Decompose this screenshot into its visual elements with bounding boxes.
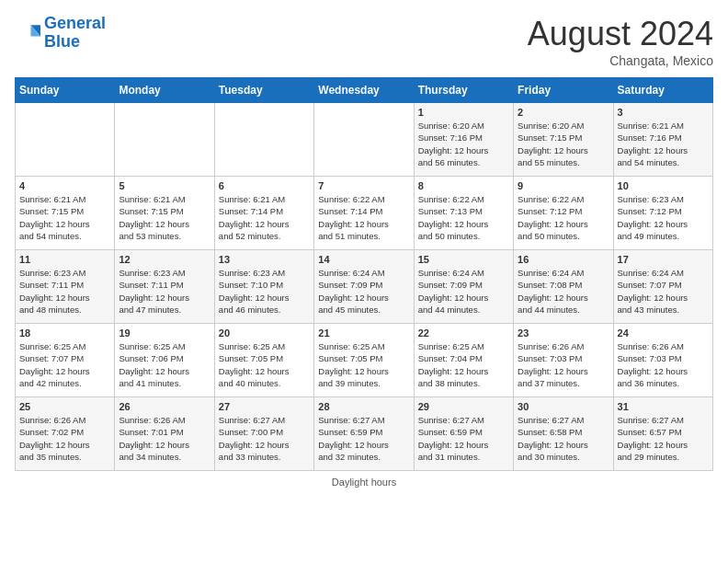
day-number: 26 [119,401,210,412]
day-info: Sunrise: 6:24 AM Sunset: 7:08 PM Dayligh… [518,267,609,316]
day-of-week-header: Monday [115,78,214,103]
calendar-cell: 30Sunrise: 6:27 AM Sunset: 6:58 PM Dayli… [514,397,613,471]
calendar-cell: 5Sunrise: 6:21 AM Sunset: 7:15 PM Daylig… [115,177,214,250]
calendar-cell: 29Sunrise: 6:27 AM Sunset: 6:59 PM Dayli… [414,397,513,471]
calendar-cell: 1Sunrise: 6:20 AM Sunset: 7:16 PM Daylig… [414,103,513,177]
day-of-week-header: Wednesday [314,78,414,103]
day-number: 3 [618,107,709,118]
day-info: Sunrise: 6:24 AM Sunset: 7:09 PM Dayligh… [418,267,509,316]
day-info: Sunrise: 6:20 AM Sunset: 7:16 PM Dayligh… [418,120,509,168]
day-info: Sunrise: 6:21 AM Sunset: 7:14 PM Dayligh… [219,193,310,242]
calendar-cell: 16Sunrise: 6:24 AM Sunset: 7:08 PM Dayli… [514,250,613,324]
calendar-cell: 31Sunrise: 6:27 AM Sunset: 6:57 PM Dayli… [613,397,712,471]
calendar-week-row: 4Sunrise: 6:21 AM Sunset: 7:15 PM Daylig… [16,177,713,250]
day-info: Sunrise: 6:26 AM Sunset: 7:03 PM Dayligh… [618,340,709,389]
day-number: 22 [418,327,509,339]
logo-line1: General [44,14,106,32]
day-info: Sunrise: 6:23 AM Sunset: 7:10 PM Dayligh… [219,267,310,316]
day-info: Sunrise: 6:27 AM Sunset: 6:58 PM Dayligh… [518,414,609,463]
title-block: August 2024 Changata, Mexico [528,15,713,68]
day-number: 15 [418,254,509,265]
day-of-week-header: Tuesday [214,78,313,103]
day-info: Sunrise: 6:25 AM Sunset: 7:06 PM Dayligh… [119,340,210,389]
calendar-cell: 21Sunrise: 6:25 AM Sunset: 7:05 PM Dayli… [314,324,414,397]
logo-icon [15,20,40,46]
day-number: 27 [219,401,310,412]
month-title: August 2024 [528,15,713,53]
calendar-cell: 4Sunrise: 6:21 AM Sunset: 7:15 PM Daylig… [16,177,115,250]
logo: General Blue [15,15,106,52]
calendar-cell: 15Sunrise: 6:24 AM Sunset: 7:09 PM Dayli… [414,250,513,324]
day-number: 7 [318,180,409,191]
calendar-cell: 13Sunrise: 6:23 AM Sunset: 7:10 PM Dayli… [214,250,313,324]
calendar-cell [16,103,115,177]
day-info: Sunrise: 6:26 AM Sunset: 7:03 PM Dayligh… [518,340,609,389]
day-number: 21 [318,327,409,339]
day-info: Sunrise: 6:27 AM Sunset: 6:57 PM Dayligh… [618,414,709,463]
day-number: 31 [618,401,709,412]
day-number: 11 [19,254,110,265]
calendar-cell: 11Sunrise: 6:23 AM Sunset: 7:11 PM Dayli… [16,250,115,324]
day-of-week-header: Sunday [16,78,115,103]
day-info: Sunrise: 6:26 AM Sunset: 7:01 PM Dayligh… [119,414,210,463]
day-number: 12 [119,254,210,265]
day-number: 4 [19,180,110,191]
day-info: Sunrise: 6:22 AM Sunset: 7:12 PM Dayligh… [518,193,609,242]
calendar-cell: 20Sunrise: 6:25 AM Sunset: 7:05 PM Dayli… [214,324,313,397]
day-number: 18 [19,327,110,339]
day-info: Sunrise: 6:21 AM Sunset: 7:15 PM Dayligh… [119,193,210,242]
day-number: 19 [119,327,210,339]
day-info: Sunrise: 6:21 AM Sunset: 7:15 PM Dayligh… [19,193,110,242]
day-number: 17 [618,254,709,265]
calendar-cell [314,103,414,177]
day-number: 20 [219,327,310,339]
calendar-cell: 22Sunrise: 6:25 AM Sunset: 7:04 PM Dayli… [414,324,513,397]
calendar-cell: 8Sunrise: 6:22 AM Sunset: 7:13 PM Daylig… [414,177,513,250]
calendar-week-row: 1Sunrise: 6:20 AM Sunset: 7:16 PM Daylig… [16,103,713,177]
day-number: 16 [518,254,609,265]
day-info: Sunrise: 6:26 AM Sunset: 7:02 PM Dayligh… [19,414,110,463]
day-number: 10 [618,180,709,191]
calendar-cell: 14Sunrise: 6:24 AM Sunset: 7:09 PM Dayli… [314,250,414,324]
day-number: 5 [119,180,210,191]
calendar-cell: 25Sunrise: 6:26 AM Sunset: 7:02 PM Dayli… [16,397,115,471]
day-number: 2 [518,107,609,118]
calendar-cell: 9Sunrise: 6:22 AM Sunset: 7:12 PM Daylig… [514,177,613,250]
day-info: Sunrise: 6:27 AM Sunset: 7:00 PM Dayligh… [219,414,310,463]
logo-line2: Blue [44,32,80,51]
calendar-header-row: SundayMondayTuesdayWednesdayThursdayFrid… [16,78,713,103]
day-of-week-header: Friday [514,78,613,103]
calendar-cell: 18Sunrise: 6:25 AM Sunset: 7:07 PM Dayli… [16,324,115,397]
location-subtitle: Changata, Mexico [528,53,713,68]
day-info: Sunrise: 6:25 AM Sunset: 7:05 PM Dayligh… [318,340,409,389]
calendar-week-row: 25Sunrise: 6:26 AM Sunset: 7:02 PM Dayli… [16,397,713,471]
day-number: 24 [618,327,709,339]
day-info: Sunrise: 6:25 AM Sunset: 7:07 PM Dayligh… [19,340,110,389]
day-info: Sunrise: 6:27 AM Sunset: 6:59 PM Dayligh… [318,414,409,463]
calendar-cell: 27Sunrise: 6:27 AM Sunset: 7:00 PM Dayli… [214,397,313,471]
calendar-cell [115,103,214,177]
day-of-week-header: Thursday [414,78,513,103]
day-info: Sunrise: 6:20 AM Sunset: 7:15 PM Dayligh… [518,120,609,168]
calendar-table: SundayMondayTuesdayWednesdayThursdayFrid… [15,77,713,471]
calendar-cell: 7Sunrise: 6:22 AM Sunset: 7:14 PM Daylig… [314,177,414,250]
day-number: 9 [518,180,609,191]
day-number: 25 [19,401,110,412]
day-info: Sunrise: 6:24 AM Sunset: 7:09 PM Dayligh… [318,267,409,316]
calendar-cell: 28Sunrise: 6:27 AM Sunset: 6:59 PM Dayli… [314,397,414,471]
day-number: 6 [219,180,310,191]
day-info: Sunrise: 6:27 AM Sunset: 6:59 PM Dayligh… [418,414,509,463]
page-header: General Blue August 2024 Changata, Mexic… [15,15,713,68]
daylight-label: Daylight hours [332,477,396,488]
calendar-cell: 17Sunrise: 6:24 AM Sunset: 7:07 PM Dayli… [613,250,712,324]
calendar-cell: 2Sunrise: 6:20 AM Sunset: 7:15 PM Daylig… [514,103,613,177]
calendar-cell: 24Sunrise: 6:26 AM Sunset: 7:03 PM Dayli… [613,324,712,397]
day-info: Sunrise: 6:21 AM Sunset: 7:16 PM Dayligh… [618,120,709,168]
calendar-cell [214,103,313,177]
day-number: 13 [219,254,310,265]
calendar-cell: 26Sunrise: 6:26 AM Sunset: 7:01 PM Dayli… [115,397,214,471]
day-info: Sunrise: 6:25 AM Sunset: 7:05 PM Dayligh… [219,340,310,389]
day-info: Sunrise: 6:24 AM Sunset: 7:07 PM Dayligh… [618,267,709,316]
day-of-week-header: Saturday [613,78,712,103]
day-info: Sunrise: 6:22 AM Sunset: 7:14 PM Dayligh… [318,193,409,242]
